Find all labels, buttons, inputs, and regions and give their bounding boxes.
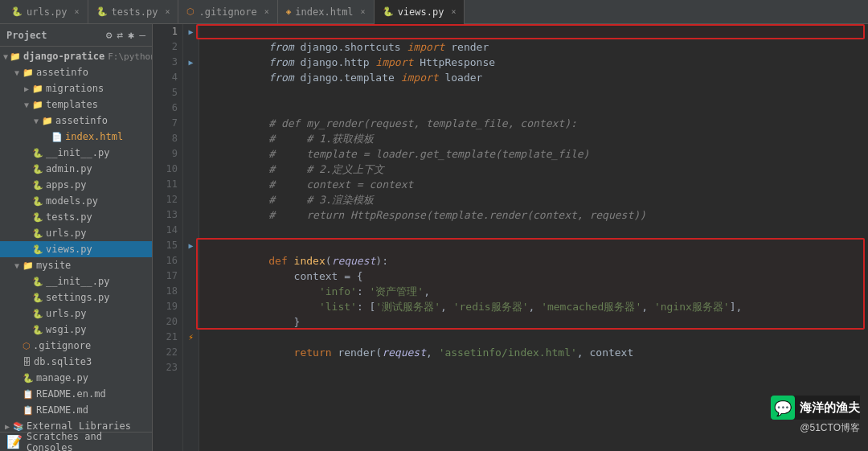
close-icon[interactable]: ×: [361, 7, 366, 16]
py-icon: 🐍: [383, 6, 394, 17]
sidebar-header-actions: ⚙ ⇄ ✱ —: [106, 29, 145, 41]
html-icon: ◈: [286, 6, 292, 17]
code-line-14: [206, 223, 868, 238]
tree-mysite-init[interactable]: ▶ 🐍 __init__.py: [0, 273, 152, 289]
code-line-19: }: [206, 299, 868, 314]
close-icon[interactable]: ×: [264, 7, 269, 16]
tree-models-py[interactable]: ▶ 🐍 models.py: [0, 193, 152, 209]
code-line-6: # def my_render(request, template_file, …: [206, 100, 868, 116]
git-icon: ⬡: [186, 6, 194, 17]
code-line-3: from django.template import loader: [206, 55, 868, 70]
tree-init-py[interactable]: ▶ 🐍 __init__.py: [0, 145, 152, 161]
sidebar-header: Project ⚙ ⇄ ✱ —: [0, 24, 152, 47]
code-line-10: # context = context: [206, 162, 868, 177]
tree-migrations[interactable]: ▶ 📁 migrations: [0, 80, 152, 96]
code-line-12: # return HttpResponse(template.render(co…: [206, 192, 868, 207]
tree-index-html[interactable]: ▶ 📄 index.html: [0, 129, 152, 145]
watermark: 💬 海洋的渔夫 @51CTO博客: [771, 396, 860, 435]
tree-readme-en[interactable]: ▶ 📋 README.en.md: [0, 386, 152, 402]
py-icon: 🐍: [96, 6, 108, 17]
tree-admin-py[interactable]: ▶ 🐍 admin.py: [0, 161, 152, 177]
collapse-icon[interactable]: —: [139, 29, 145, 41]
tree-apps-py[interactable]: ▶ 🐍 apps.py: [0, 177, 152, 193]
tree-db[interactable]: ▶ 🗄 db.sqlite3: [0, 354, 152, 370]
tree-views-py[interactable]: ▶ 🐍 views.py: [0, 241, 152, 257]
tab-label: tests.py: [112, 6, 158, 18]
code-line-8: # template = loader.get_template(templat…: [206, 131, 868, 146]
code-line-9: # # 2.定义上下文: [206, 146, 868, 162]
py-icon: 🐍: [11, 6, 23, 17]
code-editor: 1 2 3 4 5 6 7 8 9 10 11 12 13 14 15 16 1…: [153, 24, 868, 451]
close-icon[interactable]: ×: [75, 7, 80, 16]
tree-mysite-wsgi[interactable]: ▶ 🐍 wsgi.py: [0, 322, 152, 338]
code-line-7: # # 1.获取模板: [206, 116, 868, 131]
watermark-name: 海洋的渔夫: [800, 400, 860, 416]
tree-external-libs[interactable]: ▶ 📚 External Libraries: [0, 418, 152, 432]
code-line-20: [206, 314, 868, 330]
tree-urls-py[interactable]: ▶ 🐍 urls.py: [0, 225, 152, 241]
code-line-1: from django.shortcuts import render: [206, 24, 868, 39]
arrow-indicator-15: ▶: [188, 241, 193, 250]
tab-label: index.html: [295, 6, 353, 18]
tab-tests[interactable]: 🐍 tests.py ×: [88, 0, 179, 24]
tree-templates[interactable]: ▼ 📁 templates: [0, 96, 152, 113]
code-line-22: [206, 345, 868, 360]
code-line-4: [206, 70, 868, 85]
code-line-17: 'info': '资产管理',: [206, 269, 868, 284]
code-gutter: ▶ ▶ ▶: [183, 24, 199, 451]
wechat-icon: 💬: [771, 396, 795, 420]
tree-manage-py[interactable]: ▶ 🐍 manage.py: [0, 370, 152, 386]
line-numbers: 1 2 3 4 5 6 7 8 9 10 11 12 13 14 15 16 1…: [153, 24, 183, 451]
sidebar: Project ⚙ ⇄ ✱ — ▼ 📁 django-pratice F:\py…: [0, 24, 153, 451]
watermark-platform: @51CTO博客: [800, 421, 860, 435]
tab-label: urls.py: [27, 6, 68, 18]
code-line-18: 'list': ['测试服务器', 'redis服务器', 'memcached…: [206, 284, 868, 299]
settings-icon[interactable]: ⚙: [106, 29, 113, 41]
tree-readme[interactable]: ▶ 📋 README.md: [0, 402, 152, 418]
tree-mysite[interactable]: ▼ 📁 mysite: [0, 257, 152, 273]
tab-index-html[interactable]: ◈ index.html ×: [278, 0, 375, 24]
tab-gitignore[interactable]: ⬡ .gitignore ×: [178, 0, 277, 24]
tab-label: views.py: [398, 6, 444, 18]
code-line-5: [206, 85, 868, 100]
tree-mysite-urls[interactable]: ▶ 🐍 urls.py: [0, 305, 152, 322]
tree-tests-py[interactable]: ▶ 🐍 tests.py: [0, 209, 152, 225]
code-line-16: context = {: [206, 253, 868, 269]
code-line-11: # # 3.渲染模板: [206, 177, 868, 192]
error-indicator-21: ⚡: [188, 332, 194, 342]
sidebar-title: Project: [6, 30, 47, 41]
gear-icon[interactable]: ✱: [128, 29, 134, 41]
sync-icon[interactable]: ⇄: [117, 29, 124, 41]
tree-mysite-settings[interactable]: ▶ 🐍 settings.py: [0, 289, 152, 305]
tree-assetinfo[interactable]: ▼ 📁 assetinfo: [0, 64, 152, 80]
tree-root[interactable]: ▼ 📁 django-pratice F:\pythonProject\djan…: [0, 48, 152, 64]
arrow-indicator-3: ▶: [188, 58, 193, 67]
code-line-15: def index(request):: [206, 238, 868, 253]
code-line-21: return render(request, 'assetinfo/index.…: [206, 330, 868, 345]
code-line-13: [206, 207, 868, 223]
tab-label: .gitignore: [199, 6, 256, 18]
tree-assetinfo-sub[interactable]: ▼ 📁 assetinfo: [0, 113, 152, 129]
tree-gitignore[interactable]: ▶ ⬡ .gitignore: [0, 338, 152, 354]
tab-bar: 🐍 urls.py × 🐍 tests.py × ⬡ .gitignore × …: [0, 0, 868, 24]
tab-views[interactable]: 🐍 views.py ×: [375, 0, 465, 24]
close-icon[interactable]: ×: [165, 7, 170, 16]
arrow-indicator-1: ▶: [188, 27, 193, 36]
scratches-label: Scratches and Consoles: [27, 431, 145, 452]
close-icon[interactable]: ×: [451, 7, 456, 16]
code-line-23: [206, 360, 868, 375]
code-line-2: from django.http import HttpResponse: [206, 39, 868, 55]
sidebar-tree: ▼ 📁 django-pratice F:\pythonProject\djan…: [0, 47, 152, 432]
scratches-footer[interactable]: 📝 Scratches and Consoles: [0, 432, 152, 451]
scratches-icon: 📝: [6, 434, 23, 449]
code-content-area[interactable]: from django.shortcuts import render from…: [199, 24, 868, 451]
tab-urls[interactable]: 🐍 urls.py ×: [3, 0, 88, 24]
